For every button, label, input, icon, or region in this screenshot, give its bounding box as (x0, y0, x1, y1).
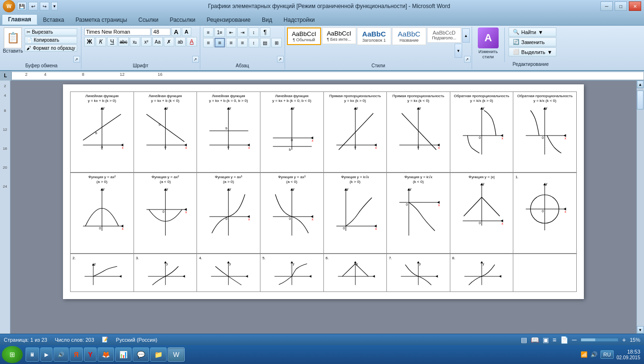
styles-label: Стили (285, 63, 472, 68)
taskbar-btn-skype[interactable]: 💬 (133, 347, 149, 362)
minimize-button[interactable]: ─ (600, 1, 613, 11)
graph-cell-6: Прямая пропорциональностьy = kx (k < 0) … (387, 92, 450, 173)
taskbar-btn-office[interactable]: 📊 (115, 347, 132, 362)
view-normal-icon[interactable]: ▤ (521, 336, 527, 344)
font-size-input[interactable]: 48 (152, 28, 170, 36)
graph-title-1: Линейная функцияy = kx + b (k > 0) (72, 94, 132, 104)
font-grow-button[interactable]: A (171, 27, 181, 36)
line-spacing-button[interactable]: ↕ (249, 38, 259, 47)
start-button[interactable]: ⊞ (2, 346, 23, 363)
graph-cell-3: Линейная функцияy = kx + b (k = 0, b > 0… (197, 92, 260, 173)
sort-button[interactable]: ↕ (249, 27, 259, 37)
close-button[interactable]: ✕ (629, 1, 641, 11)
style-title[interactable]: AaBbC Название (392, 27, 426, 45)
zoom-in-button[interactable]: + (622, 336, 626, 344)
taskbar-btn-firefox[interactable]: 🦊 (98, 347, 114, 362)
office-button[interactable]: W (3, 0, 15, 12)
taskbar-btn-yandex2[interactable]: Y (84, 347, 97, 362)
tray-volume[interactable]: 🔊 (590, 351, 598, 358)
shading-button[interactable]: ▤ (260, 38, 270, 47)
list-number-button[interactable]: 1≡ (215, 27, 225, 37)
find-button[interactable]: 🔍Найти▼ (509, 27, 557, 36)
qat-dropdown[interactable]: ▼ (51, 2, 58, 10)
tab-layout[interactable]: Разметка страницы (70, 15, 133, 25)
graph-cell-24 (513, 254, 577, 292)
change-case-button[interactable]: Aa (152, 37, 163, 46)
clear-format-button[interactable]: ✗ (164, 37, 174, 46)
tab-mailings[interactable]: Рассылки (164, 15, 201, 25)
svg-text:x: x (312, 218, 313, 221)
qat-undo[interactable]: ↩ (28, 2, 38, 10)
align-left-button[interactable]: ≡ (203, 38, 214, 47)
zoom-slider[interactable] (581, 338, 618, 342)
tab-addins[interactable]: Надстройки (278, 15, 321, 25)
qat-redo[interactable]: ↪ (40, 2, 49, 10)
view-draft-icon[interactable]: 📄 (560, 336, 568, 344)
spell-check-icon[interactable]: 📝 (102, 337, 108, 343)
tab-references[interactable]: Ссылки (133, 15, 164, 25)
qat-save[interactable]: 💾 (17, 2, 27, 10)
paragraph-expand[interactable]: ↗ (277, 56, 284, 63)
svg-marker-137 (246, 275, 248, 278)
cut-button[interactable]: ✂ Вырезать (25, 28, 77, 36)
font-color-button[interactable]: A (187, 37, 197, 46)
taskbar-btn-yandex[interactable]: Я (70, 347, 83, 362)
style-normal[interactable]: AaBbCcI ¶ Обычный (287, 27, 321, 45)
superscript-button[interactable]: x² (141, 37, 152, 46)
styles-scroll-down[interactable]: ▼ (455, 44, 462, 58)
tab-insert[interactable]: Вставка (37, 15, 70, 25)
graph-cell-16: 1. x y 0 (513, 173, 577, 254)
tab-home[interactable]: Главная (2, 14, 37, 25)
language[interactable]: Русский (Россия) (116, 337, 157, 343)
svg-text:y: y (94, 262, 96, 266)
style-no-spacing[interactable]: AaBbCcI ¶ Без инте... (322, 27, 356, 44)
list-bullet-button[interactable]: ≡ (203, 27, 214, 37)
view-layout-icon[interactable]: ▣ (543, 336, 549, 344)
align-justify-button[interactable]: ≡ (237, 38, 248, 47)
svg-text:0: 0 (542, 209, 544, 213)
font-name-input[interactable] (84, 28, 151, 36)
bold-button[interactable]: Ж (84, 37, 95, 46)
italic-button[interactable]: К (96, 37, 106, 46)
svg-text:y: y (293, 262, 295, 266)
underline-button[interactable]: Ч (107, 37, 117, 46)
paragraph-label: Абзац (200, 63, 285, 68)
decrease-indent-button[interactable]: ⇤ (226, 27, 236, 37)
align-center-button[interactable]: ≡ (215, 38, 225, 47)
styles-scroll-up[interactable]: ▲ (462, 28, 470, 43)
format-painter-button[interactable]: 🖌 Формат по образцу (25, 45, 77, 52)
strikethrough-button[interactable]: abc (118, 37, 129, 46)
copy-button[interactable]: 📄 Копировать (25, 36, 77, 44)
replace-button[interactable]: 🔄Заменить (509, 37, 557, 46)
svg-text:y: y (546, 182, 548, 186)
styles-expand[interactable]: ↗ (464, 56, 471, 63)
clipboard-expand[interactable]: ↗ (73, 56, 80, 63)
style-heading1[interactable]: AaBbC Заголовок 1 (357, 27, 391, 45)
zoom-out-button[interactable]: ─ (572, 336, 577, 344)
select-button[interactable]: ⬜Выделить▼ (509, 47, 557, 56)
tab-view[interactable]: Вид (256, 15, 278, 25)
paste-button[interactable]: 📋 Вставить (3, 27, 23, 54)
subscript-button[interactable]: x₂ (130, 37, 140, 46)
tab-review[interactable]: Рецензирование (201, 15, 256, 25)
show-marks-button[interactable]: ¶ (260, 27, 270, 37)
borders-button[interactable]: ⊞ (271, 38, 282, 47)
taskbar-btn-explorer[interactable]: 📁 (150, 347, 167, 362)
maximize-button[interactable]: □ (615, 1, 627, 11)
highlight-button[interactable]: ab (175, 37, 186, 46)
taskbar-btn-word[interactable]: W (168, 347, 184, 362)
font-expand[interactable]: ↗ (192, 56, 199, 63)
increase-indent-button[interactable]: ⇥ (237, 27, 248, 37)
style-subtitle[interactable]: AaBbCcD Подзаголо... (427, 27, 461, 43)
language-button[interactable]: RU (600, 350, 614, 359)
taskbar-btn-media[interactable]: ▶ (40, 347, 53, 362)
view-reading-icon[interactable]: 📖 (531, 336, 539, 344)
change-styles-button[interactable]: A Изменитьстили (474, 27, 502, 60)
font-shrink-button[interactable]: A (182, 27, 191, 36)
taskbar-btn-sound[interactable]: 🔊 (54, 347, 69, 362)
vertical-scrollbar[interactable]: ▲ ▼ (636, 81, 644, 334)
taskbar-btn-calc[interactable]: 🖩 (26, 347, 39, 362)
svg-text:y: y (229, 262, 231, 266)
align-right-button[interactable]: ≡ (226, 38, 236, 47)
view-outline-icon[interactable]: ≡ (553, 336, 556, 344)
